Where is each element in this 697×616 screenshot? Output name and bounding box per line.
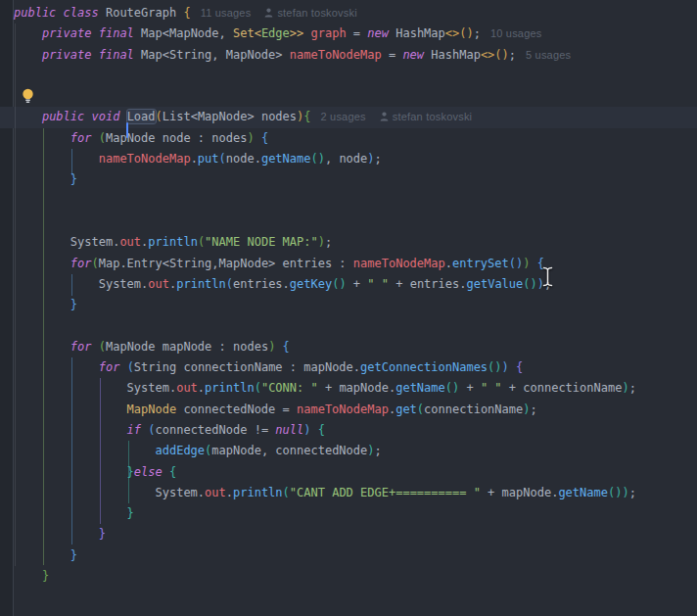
code-token: <>() bbox=[481, 48, 509, 62]
code-token: System. bbox=[14, 381, 176, 395]
code-line[interactable]: for(Map.Entry<String,MapNode> entries : … bbox=[0, 254, 697, 274]
code-token: ; bbox=[629, 381, 636, 395]
code-token: ( bbox=[99, 131, 106, 145]
code-line[interactable]: } bbox=[0, 566, 697, 587]
code-token: System. bbox=[14, 235, 119, 249]
intention-lightbulb-icon[interactable] bbox=[21, 88, 35, 111]
code-token: System. bbox=[14, 277, 148, 291]
code-token bbox=[14, 172, 70, 186]
code-line[interactable]: for (String connectionName : mapNode.get… bbox=[0, 357, 697, 378]
code-token: { bbox=[318, 423, 325, 437]
code-token: = bbox=[382, 48, 403, 62]
code-token: HashMap bbox=[389, 26, 445, 40]
code-token: get bbox=[395, 403, 417, 416]
code-token: ) bbox=[502, 360, 509, 374]
code-token: >> bbox=[290, 26, 303, 40]
code-token bbox=[14, 506, 127, 520]
code-token: entries. bbox=[233, 277, 290, 291]
code-token bbox=[14, 340, 70, 354]
code-token: Map.Entry<String,MapNode> entries : bbox=[99, 257, 353, 270]
code-token: println bbox=[176, 277, 226, 291]
code-line[interactable]: for (MapNode node : nodes) { bbox=[0, 128, 697, 149]
code-line[interactable] bbox=[0, 212, 697, 232]
code-token bbox=[14, 48, 42, 62]
code-token: . bbox=[198, 381, 205, 395]
code-line[interactable]: } bbox=[0, 295, 697, 315]
code-token: MapNode mapNode : nodes bbox=[106, 340, 268, 354]
code-token: put bbox=[198, 152, 219, 166]
code-token: ; bbox=[474, 26, 481, 40]
code-line[interactable]: nameToNodeMap.put(node.getName(), node); bbox=[0, 149, 697, 169]
code-line[interactable]: } bbox=[0, 503, 697, 524]
indent-guide bbox=[71, 357, 72, 545]
code-line[interactable]: } bbox=[0, 524, 697, 545]
code-token: for bbox=[70, 340, 92, 354]
code-line[interactable]: private final Map<String, MapNode> nameT… bbox=[0, 45, 697, 66]
editor-pane[interactable]: public class RouteGraph {11 usagesstefan… bbox=[0, 0, 697, 616]
indent-guide bbox=[15, 24, 16, 566]
code-line[interactable]: MapNode connectedNode = nameToNodeMap.ge… bbox=[0, 400, 697, 420]
code-line-current[interactable]: public void Load(List<MapNode> nodes){2 … bbox=[0, 107, 697, 127]
code-line[interactable]: for (MapNode mapNode : nodes) { bbox=[0, 337, 697, 357]
code-token: private final bbox=[42, 48, 134, 62]
code-token: println bbox=[148, 235, 198, 249]
code-token: ( bbox=[91, 257, 98, 270]
code-line[interactable]: } bbox=[0, 169, 697, 190]
code-line[interactable]: System.out.println("CANT ADD EDGE+======… bbox=[0, 483, 697, 503]
code-token: + mapNode. bbox=[318, 381, 395, 395]
code-line[interactable]: System.out.println("NAME NODE MAP:"); bbox=[0, 232, 697, 253]
code-token: { bbox=[283, 340, 290, 354]
code-token: "NAME NODE MAP:" bbox=[205, 235, 318, 249]
code-token: . bbox=[226, 486, 233, 499]
code-token: ( bbox=[156, 110, 163, 123]
code-token bbox=[509, 360, 516, 374]
code-line[interactable] bbox=[0, 66, 697, 86]
code-token: ( bbox=[417, 403, 424, 416]
code-line[interactable]: private final Map<MapNode, Set<Edge>> gr… bbox=[0, 24, 697, 44]
code-line[interactable]: System.out.println(entries.getKey() + " … bbox=[0, 274, 697, 295]
code-token: + bbox=[347, 277, 368, 291]
person-icon bbox=[264, 8, 273, 18]
code-token bbox=[14, 444, 156, 457]
code-line[interactable]: addEdge(mapNode, connectedNode); bbox=[0, 441, 697, 461]
code-token: out bbox=[119, 235, 141, 249]
code-line[interactable]: } bbox=[0, 545, 697, 566]
code-token: { bbox=[261, 131, 268, 145]
author-inlay[interactable]: stefan toskovski bbox=[380, 111, 472, 122]
indent-guide bbox=[100, 378, 101, 524]
indent-guide bbox=[71, 274, 72, 296]
code-token: public void bbox=[42, 110, 119, 123]
code-token: node. bbox=[226, 152, 261, 166]
code-token: ( bbox=[127, 360, 134, 374]
code-token bbox=[14, 527, 99, 541]
usages-inlay[interactable]: 5 usages bbox=[526, 49, 571, 61]
code-line[interactable] bbox=[0, 86, 697, 107]
code-line[interactable]: }else { bbox=[0, 462, 697, 483]
code-line[interactable] bbox=[0, 315, 697, 336]
code-token: println bbox=[205, 381, 255, 395]
author-inlay[interactable]: stefan toskovski bbox=[264, 7, 356, 19]
code-token: ) bbox=[367, 444, 374, 457]
code-token: . bbox=[191, 152, 198, 166]
code-token: + connectionName bbox=[502, 381, 623, 395]
code-line[interactable]: System.out.println("CONN: " + mapNode.ge… bbox=[0, 378, 697, 399]
code-token: ; bbox=[325, 235, 332, 249]
code-token: " " bbox=[367, 277, 389, 291]
identifier-highlight: Load bbox=[127, 110, 156, 123]
usages-inlay[interactable]: 2 usages bbox=[321, 111, 366, 122]
usages-inlay[interactable]: 11 usages bbox=[201, 7, 252, 19]
code-token: null bbox=[275, 423, 303, 437]
usages-inlay[interactable]: 10 usages bbox=[490, 27, 542, 39]
code-line[interactable] bbox=[0, 191, 697, 212]
code-line[interactable]: if (connectedNode != null) { bbox=[0, 420, 697, 441]
code-token: Map<String, MapNode> bbox=[134, 48, 290, 62]
code-area[interactable]: public class RouteGraph {11 usagesstefan… bbox=[0, 3, 697, 587]
code-token: String connectionName : mapNode. bbox=[134, 360, 360, 374]
code-token: () bbox=[310, 152, 324, 166]
code-token: } bbox=[127, 506, 134, 520]
code-token: for bbox=[70, 257, 92, 270]
code-token: ) bbox=[622, 486, 628, 499]
code-token bbox=[14, 423, 127, 437]
code-token: <>() bbox=[445, 26, 474, 40]
code-line[interactable]: public class RouteGraph {11 usagesstefan… bbox=[0, 3, 697, 24]
